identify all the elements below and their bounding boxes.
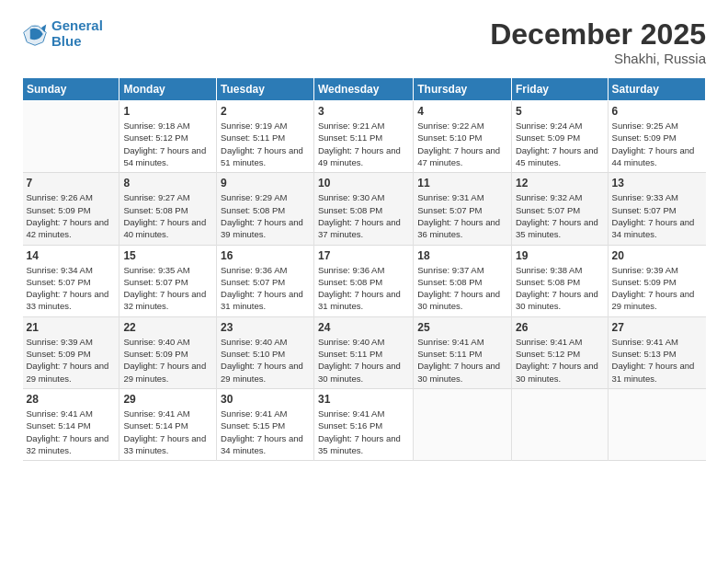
day-cell: 24Sunrise: 9:40 AMSunset: 5:11 PMDayligh… [313, 316, 413, 388]
header: General Blue December 2025 Shakhi, Russi… [22, 18, 706, 66]
day-number: 18 [417, 249, 507, 262]
calendar-header: SundayMondayTuesdayWednesdayThursdayFrid… [23, 78, 706, 101]
calendar-body: 1Sunrise: 9:18 AMSunset: 5:12 PMDaylight… [23, 101, 706, 461]
week-row: 1Sunrise: 9:18 AMSunset: 5:12 PMDaylight… [23, 101, 706, 173]
day-cell: 25Sunrise: 9:41 AMSunset: 5:11 PMDayligh… [414, 316, 512, 388]
day-cell: 2Sunrise: 9:19 AMSunset: 5:11 PMDaylight… [217, 101, 314, 173]
header-cell-thursday: Thursday [414, 78, 512, 101]
day-info: Sunrise: 9:22 AMSunset: 5:10 PMDaylight:… [417, 120, 507, 168]
day-number: 7 [27, 177, 116, 190]
day-info: Sunrise: 9:40 AMSunset: 5:10 PMDaylight:… [221, 336, 310, 385]
day-number: 29 [123, 393, 212, 406]
day-info: Sunrise: 9:41 AMSunset: 5:15 PMDaylight:… [221, 408, 310, 456]
day-cell: 28Sunrise: 9:41 AMSunset: 5:14 PMDayligh… [23, 388, 119, 460]
day-number: 30 [221, 393, 310, 406]
day-number: 12 [516, 177, 604, 190]
day-cell: 31Sunrise: 9:41 AMSunset: 5:16 PMDayligh… [313, 388, 413, 460]
day-info: Sunrise: 9:33 AMSunset: 5:07 PMDaylight:… [612, 191, 702, 240]
day-cell: 27Sunrise: 9:41 AMSunset: 5:13 PMDayligh… [608, 316, 705, 388]
day-info: Sunrise: 9:19 AMSunset: 5:11 PMDaylight:… [221, 120, 310, 168]
header-cell-tuesday: Tuesday [217, 78, 314, 101]
day-cell: 3Sunrise: 9:21 AMSunset: 5:11 PMDaylight… [313, 101, 413, 173]
day-info: Sunrise: 9:24 AMSunset: 5:09 PMDaylight:… [516, 120, 604, 168]
day-cell: 23Sunrise: 9:40 AMSunset: 5:10 PMDayligh… [217, 316, 314, 388]
day-number: 11 [417, 177, 507, 190]
day-number: 26 [516, 321, 604, 334]
day-info: Sunrise: 9:40 AMSunset: 5:11 PMDaylight:… [318, 336, 409, 385]
day-cell: 10Sunrise: 9:30 AMSunset: 5:08 PMDayligh… [313, 173, 413, 245]
day-number: 10 [318, 177, 409, 190]
day-number: 5 [516, 105, 604, 118]
day-info: Sunrise: 9:32 AMSunset: 5:07 PMDaylight:… [516, 191, 604, 240]
day-number: 21 [27, 321, 116, 334]
day-cell: 13Sunrise: 9:33 AMSunset: 5:07 PMDayligh… [608, 173, 705, 245]
logo-icon [22, 21, 48, 47]
day-cell: 18Sunrise: 9:37 AMSunset: 5:08 PMDayligh… [414, 245, 512, 316]
logo-text: General Blue [51, 18, 103, 49]
day-number: 31 [318, 393, 409, 406]
day-info: Sunrise: 9:18 AMSunset: 5:12 PMDaylight:… [123, 120, 212, 168]
day-cell [608, 388, 705, 460]
day-cell: 29Sunrise: 9:41 AMSunset: 5:14 PMDayligh… [119, 388, 217, 460]
day-cell: 21Sunrise: 9:39 AMSunset: 5:09 PMDayligh… [23, 316, 119, 388]
day-info: Sunrise: 9:34 AMSunset: 5:07 PMDaylight:… [27, 264, 116, 313]
day-info: Sunrise: 9:37 AMSunset: 5:08 PMDaylight:… [417, 264, 507, 313]
day-cell: 19Sunrise: 9:38 AMSunset: 5:08 PMDayligh… [511, 245, 608, 316]
day-info: Sunrise: 9:39 AMSunset: 5:09 PMDaylight:… [27, 336, 116, 385]
day-info: Sunrise: 9:40 AMSunset: 5:09 PMDaylight:… [123, 336, 212, 385]
day-info: Sunrise: 9:36 AMSunset: 5:08 PMDaylight:… [318, 264, 409, 313]
day-info: Sunrise: 9:41 AMSunset: 5:14 PMDaylight:… [27, 408, 116, 456]
day-number: 19 [516, 249, 604, 262]
day-info: Sunrise: 9:36 AMSunset: 5:07 PMDaylight:… [221, 264, 310, 313]
day-cell [414, 388, 512, 460]
header-cell-saturday: Saturday [608, 78, 705, 101]
day-cell [511, 388, 608, 460]
day-info: Sunrise: 9:35 AMSunset: 5:07 PMDaylight:… [123, 264, 212, 313]
day-number: 27 [612, 321, 702, 334]
day-number: 9 [221, 177, 310, 190]
week-row: 7Sunrise: 9:26 AMSunset: 5:09 PMDaylight… [23, 173, 706, 245]
header-cell-sunday: Sunday [23, 78, 119, 101]
day-number: 23 [221, 321, 310, 334]
day-number: 28 [27, 393, 116, 406]
day-number: 14 [27, 249, 116, 262]
day-number: 2 [221, 105, 310, 118]
day-cell: 4Sunrise: 9:22 AMSunset: 5:10 PMDaylight… [414, 101, 512, 173]
day-cell: 30Sunrise: 9:41 AMSunset: 5:15 PMDayligh… [217, 388, 314, 460]
day-info: Sunrise: 9:25 AMSunset: 5:09 PMDaylight:… [612, 120, 702, 168]
day-info: Sunrise: 9:29 AMSunset: 5:08 PMDaylight:… [221, 191, 310, 240]
day-info: Sunrise: 9:41 AMSunset: 5:12 PMDaylight:… [516, 336, 604, 385]
day-cell: 9Sunrise: 9:29 AMSunset: 5:08 PMDaylight… [217, 173, 314, 245]
day-info: Sunrise: 9:38 AMSunset: 5:08 PMDaylight:… [516, 264, 604, 313]
day-number: 15 [123, 249, 212, 262]
day-info: Sunrise: 9:26 AMSunset: 5:09 PMDaylight:… [27, 191, 116, 240]
week-row: 21Sunrise: 9:39 AMSunset: 5:09 PMDayligh… [23, 316, 706, 388]
day-cell: 6Sunrise: 9:25 AMSunset: 5:09 PMDaylight… [608, 101, 705, 173]
day-info: Sunrise: 9:30 AMSunset: 5:08 PMDaylight:… [318, 191, 409, 240]
day-cell: 5Sunrise: 9:24 AMSunset: 5:09 PMDaylight… [511, 101, 608, 173]
day-info: Sunrise: 9:41 AMSunset: 5:11 PMDaylight:… [417, 336, 507, 385]
location-subtitle: Shakhi, Russia [490, 51, 706, 66]
week-row: 14Sunrise: 9:34 AMSunset: 5:07 PMDayligh… [23, 245, 706, 316]
calendar-table: SundayMondayTuesdayWednesdayThursdayFrid… [22, 77, 706, 461]
month-title: December 2025 [490, 18, 706, 51]
day-cell: 26Sunrise: 9:41 AMSunset: 5:12 PMDayligh… [511, 316, 608, 388]
day-info: Sunrise: 9:41 AMSunset: 5:13 PMDaylight:… [612, 336, 702, 385]
day-cell: 14Sunrise: 9:34 AMSunset: 5:07 PMDayligh… [23, 245, 119, 316]
day-number: 24 [318, 321, 409, 334]
header-cell-wednesday: Wednesday [313, 78, 413, 101]
day-info: Sunrise: 9:27 AMSunset: 5:08 PMDaylight:… [123, 191, 212, 240]
logo: General Blue [22, 18, 103, 49]
day-number: 4 [417, 105, 507, 118]
day-number: 20 [612, 249, 702, 262]
day-cell: 8Sunrise: 9:27 AMSunset: 5:08 PMDaylight… [119, 173, 217, 245]
day-number: 16 [221, 249, 310, 262]
day-number: 17 [318, 249, 409, 262]
day-cell: 15Sunrise: 9:35 AMSunset: 5:07 PMDayligh… [119, 245, 217, 316]
day-info: Sunrise: 9:41 AMSunset: 5:16 PMDaylight:… [318, 408, 409, 456]
header-row: SundayMondayTuesdayWednesdayThursdayFrid… [23, 78, 706, 101]
day-cell: 11Sunrise: 9:31 AMSunset: 5:07 PMDayligh… [414, 173, 512, 245]
day-number: 25 [417, 321, 507, 334]
week-row: 28Sunrise: 9:41 AMSunset: 5:14 PMDayligh… [23, 388, 706, 460]
header-cell-monday: Monday [119, 78, 217, 101]
